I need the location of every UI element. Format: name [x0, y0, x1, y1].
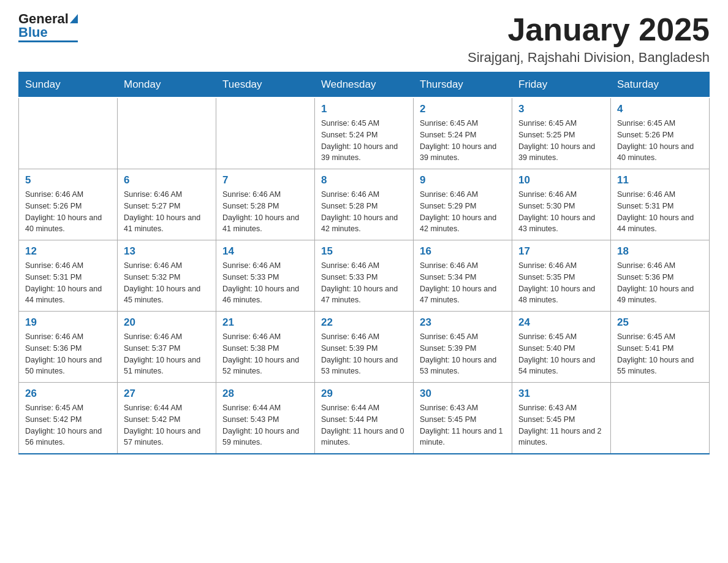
calendar-cell: 18Sunrise: 6:46 AMSunset: 5:36 PMDayligh… — [611, 240, 710, 312]
day-number: 10 — [518, 174, 604, 186]
day-info: Sunrise: 6:46 AMSunset: 5:36 PMDaylight:… — [617, 260, 703, 306]
day-number: 18 — [617, 245, 703, 258]
day-number: 2 — [420, 103, 506, 115]
month-title: January 2025 — [468, 12, 710, 47]
calendar-cell: 28Sunrise: 6:44 AMSunset: 5:43 PMDayligh… — [216, 383, 315, 454]
day-info: Sunrise: 6:46 AMSunset: 5:28 PMDaylight:… — [222, 189, 308, 235]
day-info: Sunrise: 6:46 AMSunset: 5:35 PMDaylight:… — [518, 260, 604, 306]
day-number: 13 — [124, 245, 210, 258]
page-header: General Blue January 2025 Sirajganj, Raj… — [18, 12, 710, 66]
calendar-cell: 14Sunrise: 6:46 AMSunset: 5:33 PMDayligh… — [216, 240, 315, 312]
day-info: Sunrise: 6:46 AMSunset: 5:36 PMDaylight:… — [25, 331, 111, 377]
day-info: Sunrise: 6:44 AMSunset: 5:42 PMDaylight:… — [124, 402, 210, 448]
day-number: 6 — [124, 174, 210, 186]
calendar-cell: 22Sunrise: 6:46 AMSunset: 5:39 PMDayligh… — [315, 312, 414, 383]
day-number: 4 — [617, 103, 703, 115]
calendar-cell: 30Sunrise: 6:43 AMSunset: 5:45 PMDayligh… — [414, 383, 512, 454]
day-number: 28 — [222, 388, 308, 400]
calendar-cell: 11Sunrise: 6:46 AMSunset: 5:31 PMDayligh… — [611, 169, 710, 240]
location-title: Sirajganj, Rajshahi Division, Bangladesh — [468, 50, 710, 66]
weekday-header-saturday: Saturday — [611, 72, 710, 98]
day-info: Sunrise: 6:46 AMSunset: 5:31 PMDaylight:… — [25, 260, 111, 306]
day-number: 27 — [124, 388, 210, 400]
day-info: Sunrise: 6:46 AMSunset: 5:30 PMDaylight:… — [518, 189, 604, 235]
day-info: Sunrise: 6:45 AMSunset: 5:24 PMDaylight:… — [321, 118, 407, 164]
day-info: Sunrise: 6:46 AMSunset: 5:33 PMDaylight:… — [321, 260, 407, 306]
day-info: Sunrise: 6:46 AMSunset: 5:27 PMDaylight:… — [124, 189, 210, 235]
weekday-header-wednesday: Wednesday — [315, 72, 414, 98]
title-block: January 2025 Sirajganj, Rajshahi Divisio… — [468, 12, 710, 66]
day-info: Sunrise: 6:45 AMSunset: 5:26 PMDaylight:… — [617, 118, 703, 164]
day-info: Sunrise: 6:43 AMSunset: 5:45 PMDaylight:… — [518, 402, 604, 448]
calendar-cell: 19Sunrise: 6:46 AMSunset: 5:36 PMDayligh… — [19, 312, 118, 383]
weekday-header-monday: Monday — [118, 72, 216, 98]
logo-underline — [18, 40, 78, 42]
calendar-cell: 3Sunrise: 6:45 AMSunset: 5:25 PMDaylight… — [512, 98, 611, 169]
day-number: 12 — [25, 245, 111, 258]
week-row-1: 1Sunrise: 6:45 AMSunset: 5:24 PMDaylight… — [19, 98, 710, 169]
week-row-5: 26Sunrise: 6:45 AMSunset: 5:42 PMDayligh… — [19, 383, 710, 454]
day-number: 1 — [321, 103, 407, 115]
day-number: 24 — [518, 316, 604, 329]
day-info: Sunrise: 6:43 AMSunset: 5:45 PMDaylight:… — [420, 402, 506, 448]
weekday-header-row: SundayMondayTuesdayWednesdayThursdayFrid… — [19, 72, 710, 98]
day-number: 19 — [25, 316, 111, 329]
day-number: 22 — [321, 316, 407, 329]
calendar-cell: 16Sunrise: 6:46 AMSunset: 5:34 PMDayligh… — [414, 240, 512, 312]
logo-text: General Blue — [18, 12, 78, 42]
day-number: 21 — [222, 316, 308, 329]
calendar-cell: 23Sunrise: 6:45 AMSunset: 5:39 PMDayligh… — [414, 312, 512, 383]
calendar-cell: 1Sunrise: 6:45 AMSunset: 5:24 PMDaylight… — [315, 98, 414, 169]
day-number: 23 — [420, 316, 506, 329]
calendar-cell — [611, 383, 710, 454]
calendar-cell: 9Sunrise: 6:46 AMSunset: 5:29 PMDaylight… — [414, 169, 512, 240]
day-number: 8 — [321, 174, 407, 186]
calendar-cell: 12Sunrise: 6:46 AMSunset: 5:31 PMDayligh… — [19, 240, 118, 312]
day-info: Sunrise: 6:45 AMSunset: 5:41 PMDaylight:… — [617, 331, 703, 377]
calendar-cell: 24Sunrise: 6:45 AMSunset: 5:40 PMDayligh… — [512, 312, 611, 383]
day-number: 26 — [25, 388, 111, 400]
day-number: 25 — [617, 316, 703, 329]
day-info: Sunrise: 6:45 AMSunset: 5:40 PMDaylight:… — [518, 331, 604, 377]
day-number: 20 — [124, 316, 210, 329]
week-row-4: 19Sunrise: 6:46 AMSunset: 5:36 PMDayligh… — [19, 312, 710, 383]
logo-blue: Blue — [18, 26, 78, 39]
day-number: 3 — [518, 103, 604, 115]
calendar-cell: 10Sunrise: 6:46 AMSunset: 5:30 PMDayligh… — [512, 169, 611, 240]
calendar-cell — [118, 98, 216, 169]
calendar-cell: 4Sunrise: 6:45 AMSunset: 5:26 PMDaylight… — [611, 98, 710, 169]
calendar-cell: 15Sunrise: 6:46 AMSunset: 5:33 PMDayligh… — [315, 240, 414, 312]
calendar-cell: 13Sunrise: 6:46 AMSunset: 5:32 PMDayligh… — [118, 240, 216, 312]
calendar-cell: 20Sunrise: 6:46 AMSunset: 5:37 PMDayligh… — [118, 312, 216, 383]
calendar-cell: 6Sunrise: 6:46 AMSunset: 5:27 PMDaylight… — [118, 169, 216, 240]
logo: General Blue — [18, 12, 78, 42]
day-info: Sunrise: 6:45 AMSunset: 5:42 PMDaylight:… — [25, 402, 111, 448]
day-info: Sunrise: 6:46 AMSunset: 5:38 PMDaylight:… — [222, 331, 308, 377]
day-info: Sunrise: 6:46 AMSunset: 5:37 PMDaylight:… — [124, 331, 210, 377]
day-info: Sunrise: 6:46 AMSunset: 5:39 PMDaylight:… — [321, 331, 407, 377]
day-info: Sunrise: 6:46 AMSunset: 5:28 PMDaylight:… — [321, 189, 407, 235]
weekday-header-friday: Friday — [512, 72, 611, 98]
week-row-3: 12Sunrise: 6:46 AMSunset: 5:31 PMDayligh… — [19, 240, 710, 312]
calendar-cell — [19, 98, 118, 169]
weekday-header-thursday: Thursday — [414, 72, 512, 98]
day-info: Sunrise: 6:45 AMSunset: 5:24 PMDaylight:… — [420, 118, 506, 164]
day-number: 31 — [518, 388, 604, 400]
calendar-cell: 25Sunrise: 6:45 AMSunset: 5:41 PMDayligh… — [611, 312, 710, 383]
day-number: 7 — [222, 174, 308, 186]
day-number: 5 — [25, 174, 111, 186]
day-number: 9 — [420, 174, 506, 186]
week-row-2: 5Sunrise: 6:46 AMSunset: 5:26 PMDaylight… — [19, 169, 710, 240]
calendar-cell: 2Sunrise: 6:45 AMSunset: 5:24 PMDaylight… — [414, 98, 512, 169]
weekday-header-tuesday: Tuesday — [216, 72, 315, 98]
calendar-cell: 5Sunrise: 6:46 AMSunset: 5:26 PMDaylight… — [19, 169, 118, 240]
day-info: Sunrise: 6:46 AMSunset: 5:31 PMDaylight:… — [617, 189, 703, 235]
day-number: 16 — [420, 245, 506, 258]
day-info: Sunrise: 6:45 AMSunset: 5:39 PMDaylight:… — [420, 331, 506, 377]
day-info: Sunrise: 6:46 AMSunset: 5:32 PMDaylight:… — [124, 260, 210, 306]
calendar-cell: 21Sunrise: 6:46 AMSunset: 5:38 PMDayligh… — [216, 312, 315, 383]
calendar-cell: 8Sunrise: 6:46 AMSunset: 5:28 PMDaylight… — [315, 169, 414, 240]
day-number: 15 — [321, 245, 407, 258]
weekday-header-sunday: Sunday — [19, 72, 118, 98]
day-number: 17 — [518, 245, 604, 258]
